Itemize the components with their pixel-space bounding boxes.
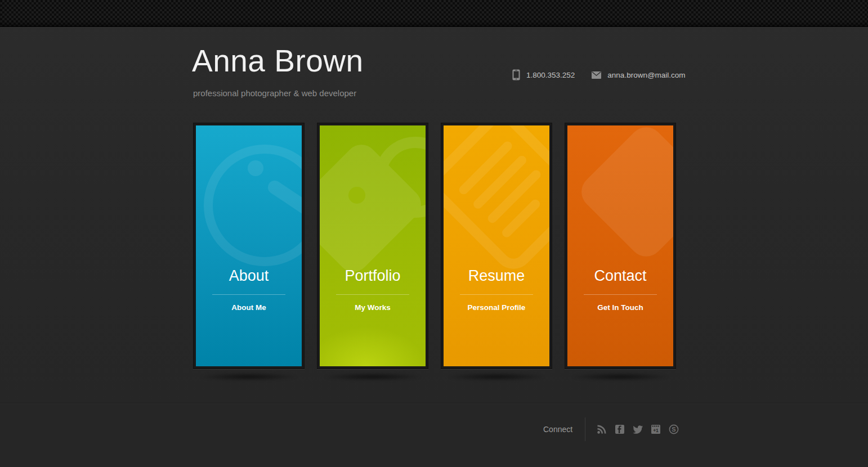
card-subtitle: My Works <box>320 303 426 312</box>
card-about[interactable]: About About Me <box>193 123 305 369</box>
card-drop-shadow <box>321 372 424 381</box>
phone-number: 1.800.353.252 <box>526 71 575 79</box>
envelope-watermark-icon <box>567 125 673 366</box>
card-portfolio[interactable]: Portfolio My Works <box>317 123 428 369</box>
connect-row: Connect <box>543 417 679 442</box>
card-resume-text: Resume Personal Profile <box>444 267 549 312</box>
card-subtitle: Get In Touch <box>567 303 673 312</box>
card-contact[interactable]: Contact Get In Touch <box>565 123 676 369</box>
card-contact-panel: Contact Get In Touch <box>567 125 673 366</box>
card-drop-shadow <box>198 372 300 381</box>
email-icon <box>592 71 601 79</box>
email-item: anna.brown@mail.com <box>592 71 685 79</box>
notepad-watermark-icon <box>444 125 549 366</box>
facebook-icon[interactable] <box>615 424 625 434</box>
nav-cards: About About Me Portfolio <box>193 123 676 369</box>
connect-label: Connect <box>543 425 572 434</box>
vertical-divider <box>585 417 585 441</box>
tag-watermark-icon <box>320 125 426 366</box>
twitter-icon[interactable] <box>633 424 643 434</box>
card-resume-panel: Resume Personal Profile <box>444 125 549 366</box>
contact-info: 1.800.353.252 anna.brown@mail.com <box>512 68 686 82</box>
card-title: Portfolio <box>320 267 426 285</box>
card-subtitle: Personal Profile <box>444 303 549 312</box>
email-address: anna.brown@mail.com <box>607 71 685 79</box>
card-about-panel: About About Me <box>196 125 302 366</box>
card-divider <box>460 294 533 295</box>
card-portfolio-panel: Portfolio My Works <box>320 125 426 366</box>
card-title: Resume <box>444 267 549 285</box>
card-divider <box>336 294 409 295</box>
google-plus-one-icon[interactable]: +1 <box>651 424 661 434</box>
social-links: +1 S <box>597 424 679 434</box>
carbon-texture-bar <box>0 0 868 27</box>
card-title: Contact <box>567 267 673 285</box>
card-portfolio-text: Portfolio My Works <box>320 267 426 312</box>
card-about-text: About About Me <box>196 267 302 312</box>
skype-icon[interactable]: S <box>669 424 679 434</box>
svg-text:S: S <box>672 426 675 433</box>
clock-info-watermark-icon <box>196 125 302 366</box>
card-resume[interactable]: Resume Personal Profile <box>441 123 552 369</box>
card-divider <box>212 294 285 295</box>
page: Anna Brown professional photographer & w… <box>0 0 868 467</box>
phone-icon <box>512 69 520 80</box>
tagline: professional photographer & web develope… <box>193 88 356 98</box>
footer: Connect <box>0 403 868 467</box>
card-title: About <box>196 267 302 285</box>
rss-icon[interactable] <box>597 424 607 434</box>
card-drop-shadow <box>445 372 548 381</box>
card-drop-shadow <box>569 372 672 381</box>
svg-text:+1: +1 <box>653 428 659 433</box>
card-contact-text: Contact Get In Touch <box>567 267 673 312</box>
site-name: Anna Brown <box>192 43 364 79</box>
phone-item: 1.800.353.252 <box>512 69 575 80</box>
card-subtitle: About Me <box>196 303 302 312</box>
card-divider <box>584 294 657 295</box>
